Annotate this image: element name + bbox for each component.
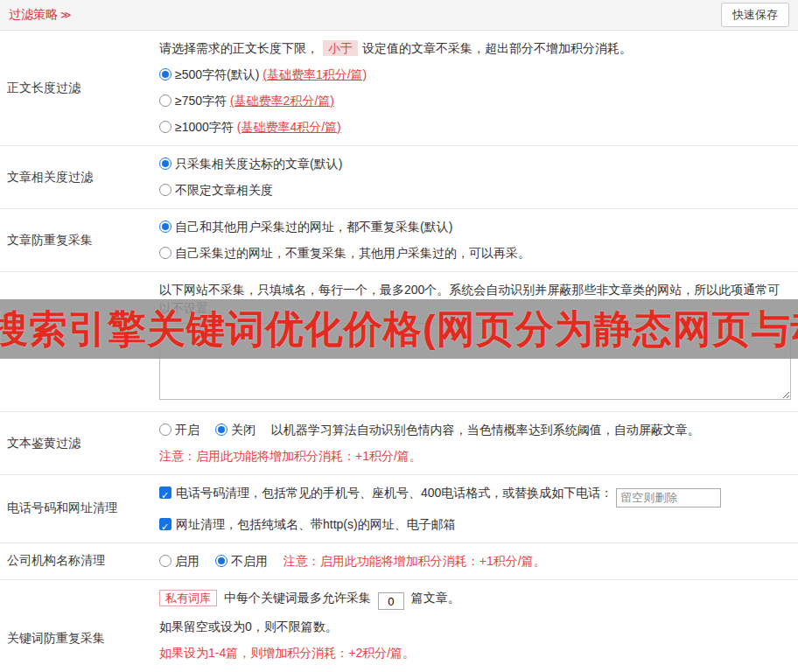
header-bar: 过滤策略≫ 快速保存 (0, 0, 798, 31)
radio-1000-icon[interactable] (159, 121, 172, 133)
keyword-limit-mid: 中每个关键词最多允许采集 (224, 591, 371, 605)
phone-clean-option[interactable]: 电话号码清理，包括常见的手机号、座机号、400电话格式，或替换成如下电话： (159, 484, 791, 508)
section-dedupe: 文章防重复采集 自己和其他用户采集过的网址，都不重复采集(默认) 自己采集过的网… (0, 209, 798, 272)
company-option-on[interactable]: 启用 (159, 554, 212, 568)
porn-option-off[interactable]: 关闭 (215, 423, 268, 437)
relevance-option-1[interactable]: 只采集相关度达标的文章(默认) (159, 155, 791, 173)
section-label-phone-url: 电话号码和网址清理 (0, 475, 156, 542)
intro-post: 设定值的文章不采集，超出部分不增加积分消耗。 (362, 41, 632, 55)
dedupe-option-1[interactable]: 自己和其他用户采集过的网址，都不重复采集(默认) (159, 218, 791, 236)
chevron-down-icon: ≫ (60, 9, 72, 21)
company-options: 启用 不启用 注意：启用此功能将增加积分消耗：+1积分/篇。 (159, 552, 791, 570)
url-clean-option[interactable]: 网址清理，包括纯域名、带http(s)的网址、电子邮箱 (159, 515, 791, 534)
ad-overlay-banner: 搜索引擎关键词优化价格(网页分为静态网页与动 (0, 299, 798, 359)
radio-dedupe-own-icon[interactable] (159, 247, 172, 259)
ad-overlay-text: 搜索引擎关键词优化价格(网页分为静态网页与动 (0, 304, 798, 355)
section-label-relevance: 文章相关度过滤 (0, 146, 156, 208)
porn-note: 注意：启用此功能将增加积分消耗：+1积分/篇。 (159, 447, 791, 466)
option-750-note: (基础费率2积分/篇) (230, 94, 334, 108)
radio-company-on-icon[interactable] (159, 555, 172, 567)
company-on-label: 启用 (175, 554, 200, 568)
section-label-dedupe: 文章防重复采集 (0, 209, 156, 271)
replacement-phone-input[interactable] (616, 488, 721, 508)
option-500-label: ≥500字符(默认) (175, 67, 259, 81)
keyword-note-zero: 如果留空或设为0，则不限篇数。 (159, 618, 791, 636)
section-body-length: 正文长度过滤 请选择需求的正文长度下限，小于设定值的文章不采集，超出部分不增加积… (0, 31, 798, 146)
keyword-limit-line: 私有词库 中每个关键词最多允许采集 篇文章。 (159, 589, 791, 611)
porn-off-label: 关闭 (231, 423, 256, 437)
company-note: 注意：启用此功能将增加积分消耗：+1积分/篇。 (284, 554, 546, 568)
radio-dedupe-all-icon[interactable] (159, 220, 172, 233)
section-label-porn: 文本鉴黄过滤 (0, 412, 156, 474)
section-phone-url: 电话号码和网址清理 电话号码清理，包括常见的手机号、座机号、400电话格式，或替… (0, 475, 798, 543)
company-option-off[interactable]: 不启用 (215, 554, 280, 568)
page-title-text: 过滤策略 (9, 7, 58, 21)
option-750-label: ≥750字符 (175, 94, 227, 108)
keyword-count-input[interactable] (378, 592, 404, 610)
dedupe-option-2[interactable]: 自己采集过的网址，不重复采集，其他用户采集过的，可以再采。 (159, 244, 791, 262)
relevance-option-2[interactable]: 不限定文章相关度 (159, 181, 791, 200)
section-label-body-length: 正文长度过滤 (0, 31, 156, 145)
option-1000-label: ≥1000字符 (175, 120, 234, 134)
option-750[interactable]: ≥750字符 (基础费率2积分/篇) (159, 92, 791, 110)
page-title[interactable]: 过滤策略≫ (9, 7, 72, 23)
dedupe-option-2-label: 自己采集过的网址，不重复采集，其他用户采集过的，可以再采。 (175, 246, 530, 260)
section-label-company: 公司机构名称清理 (0, 543, 156, 579)
option-500[interactable]: ≥500字符(默认) (基础费率1积分/篇) (159, 66, 791, 84)
url-clean-label: 网址清理，包括纯域名、带http(s)的网址、电子邮箱 (176, 517, 456, 531)
radio-750-icon[interactable] (159, 94, 172, 107)
relevance-option-2-label: 不限定文章相关度 (175, 183, 273, 197)
company-off-label: 不启用 (231, 554, 268, 568)
keyword-note-1to4: 如果设为1-4篇，则增加积分消耗：+2积分/篇。 (159, 644, 791, 662)
option-1000[interactable]: ≥1000字符 (基础费率4积分/篇) (159, 118, 791, 136)
porn-option-on[interactable]: 开启 (159, 423, 212, 437)
keyword-limit-end: 篇文章。 (411, 591, 460, 605)
radio-500-icon[interactable] (159, 68, 172, 80)
phone-clean-label: 电话号码清理，包括常见的手机号、座机号、400电话格式，或替换成如下电话： (176, 486, 612, 500)
section-company-clean: 公司机构名称清理 启用 不启用 注意：启用此功能将增加积分消耗：+1积分/篇。 (0, 543, 798, 580)
option-1000-note: (基础费率4积分/篇) (237, 120, 341, 134)
intro-highlight: 小于 (323, 40, 358, 56)
private-lexicon-tag[interactable]: 私有词库 (159, 590, 217, 606)
porn-desc: 以机器学习算法自动识别色情内容，当色情概率达到系统阈值，自动屏蔽文章。 (271, 423, 700, 437)
radio-relevance-no-icon[interactable] (159, 184, 172, 196)
relevance-option-1-label: 只采集相关度达标的文章(默认) (175, 157, 342, 171)
porn-options: 开启 关闭 以机器学习算法自动识别色情内容，当色情概率达到系统阈值，自动屏蔽文章… (159, 421, 791, 439)
checkbox-url-icon[interactable] (159, 518, 172, 530)
section-porn-filter: 文本鉴黄过滤 开启 关闭 以机器学习算法自动识别色情内容，当色情概率达到系统阈值… (0, 412, 798, 475)
quick-save-button[interactable]: 快速保存 (721, 3, 789, 27)
section-relevance: 文章相关度过滤 只采集相关度达标的文章(默认) 不限定文章相关度 (0, 146, 798, 209)
radio-porn-on-icon[interactable] (159, 424, 172, 436)
intro-pre: 请选择需求的正文长度下限， (159, 41, 318, 55)
radio-relevance-yes-icon[interactable] (159, 158, 172, 170)
option-500-note: (基础费率1积分/篇) (262, 67, 367, 81)
radio-company-off-icon[interactable] (215, 555, 228, 567)
porn-on-label: 开启 (175, 423, 200, 437)
section-label-keyword: 关键词防重复采集 (0, 580, 156, 672)
checkbox-phone-icon[interactable] (159, 486, 172, 499)
radio-porn-off-icon[interactable] (215, 424, 228, 436)
section-keyword-dedupe: 关键词防重复采集 私有词库 中每个关键词最多允许采集 篇文章。 如果留空或设为0… (0, 580, 798, 672)
body-length-intro: 请选择需求的正文长度下限，小于设定值的文章不采集，超出部分不增加积分消耗。 (159, 39, 791, 58)
dedupe-option-1-label: 自己和其他用户采集过的网址，都不重复采集(默认) (175, 220, 452, 234)
